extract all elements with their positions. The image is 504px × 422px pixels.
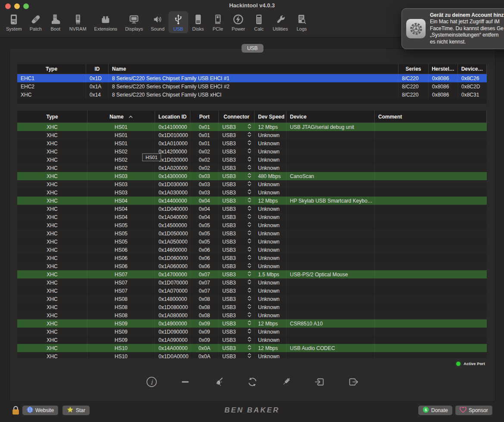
column-header[interactable]: Connector	[219, 111, 255, 122]
toolbar-item-utilities[interactable]: Utilities	[269, 11, 292, 33]
connector-popup[interactable]: USB3	[219, 287, 255, 295]
port-row[interactable]: XHCHS010x1A0100000x01USB3Unknown	[17, 139, 487, 147]
port-row[interactable]: XHCHS070x1A0700000x07USB3Unknown	[17, 287, 487, 295]
port-row[interactable]: XHCHS080x1A0800000x08USB3Unknown	[17, 311, 487, 319]
port-row[interactable]: XHCHS010x141000000x01USB312 MbpsUSB JTAG…	[17, 123, 487, 131]
column-header[interactable]: Name	[109, 64, 398, 74]
toolbar-item-sound[interactable]: Sound	[147, 11, 168, 33]
connector-popup[interactable]: USB3	[219, 139, 255, 147]
port-row[interactable]: XHCHS100x14A000000x0AUSB312 MbpsUSB Audi…	[17, 344, 487, 352]
port-row[interactable]: XHCHS090x1A0900000x09USB3Unknown	[17, 336, 487, 344]
connector-popup[interactable]: USB3	[219, 303, 255, 311]
toolbar-item-disks[interactable]: Disks	[188, 11, 208, 33]
connector-popup[interactable]: USB3	[219, 205, 255, 213]
toolbar-item-power[interactable]: Power	[228, 11, 249, 33]
port-row[interactable]: XHCHS090x149000000x09USB312 MbpsCSR8510 …	[17, 319, 487, 328]
port-row[interactable]: XHCHS050x145000000x05USB3Unknown	[17, 221, 487, 229]
port-row[interactable]: XHCHS060x1A0600000x06USB3Unknown	[17, 262, 487, 270]
toolbar-item-logs[interactable]: Logs	[292, 11, 311, 33]
port-row[interactable]: XHCHS040x144000000x04USB312 MbpsHP Skyla…	[17, 197, 487, 205]
port-row[interactable]: XHCHS060x1D0600000x06USB3Unknown	[17, 254, 487, 262]
sponsor-button[interactable]: Sponsor	[455, 406, 492, 415]
connector-popup[interactable]: USB3	[219, 295, 255, 303]
clean-button[interactable]	[213, 376, 224, 388]
port-row[interactable]: XHCHS030x143000000x03USB3480 MbpsCanoSca…	[17, 172, 487, 180]
port-row[interactable]: XHCHS040x1D0400000x04USB3Unknown	[17, 205, 487, 213]
connector-popup[interactable]: USB3	[219, 156, 255, 164]
toolbar-item-extensions[interactable]: Extensions	[90, 11, 121, 33]
port-row[interactable]: XHCHS090x1D0900000x09USB3Unknown	[17, 328, 487, 336]
controller-row[interactable]: EHC10x1D8 Series/C220 Series Chipset Fam…	[17, 74, 487, 82]
connector-popup[interactable]: USB3	[219, 213, 255, 221]
connector-popup[interactable]: USB3	[219, 131, 255, 139]
column-header[interactable]: Device	[286, 111, 375, 122]
column-header[interactable]: Port	[190, 111, 219, 122]
system-notification[interactable]: Gerät zu deinem Account hinz Ein Mac hat…	[401, 8, 504, 49]
column-header[interactable]: Comment	[375, 111, 487, 122]
connector-popup[interactable]: USB3	[219, 197, 255, 205]
port-row[interactable]: XHCHS100x1D0A00000x0AUSB3Unknown	[17, 352, 487, 358]
toolbar-item-nvram[interactable]: NVRAM	[65, 11, 90, 33]
port-row[interactable]: XHCHS070x1D0700000x07USB3Unknown	[17, 278, 487, 287]
info-button[interactable]: i	[146, 376, 157, 388]
connector-popup[interactable]: USB3	[219, 238, 255, 246]
column-header[interactable]: Type	[17, 64, 86, 74]
column-header[interactable]: Device…	[458, 64, 487, 74]
port-row[interactable]: XHCHS010x1D0100000x01USB3Unknown	[17, 131, 487, 139]
toolbar-item-usb[interactable]: USB	[168, 11, 188, 33]
port-row[interactable]: XHCHS030x1A0300000x03USB3Unknown	[17, 188, 487, 197]
inject-button[interactable]	[280, 376, 292, 388]
connector-popup[interactable]: USB3	[219, 319, 255, 328]
connector-popup[interactable]: USB3	[219, 123, 255, 131]
column-header[interactable]: Type	[17, 111, 87, 122]
toolbar-item-calc[interactable]: Calc	[249, 11, 269, 33]
connector-popup[interactable]: USB3	[219, 221, 255, 229]
connector-popup[interactable]: USB3	[219, 270, 255, 278]
port-row[interactable]: XHCHS020x142000000x02USB3Unknown	[17, 147, 487, 156]
port-row[interactable]: XHCHS050x1D0500000x05USB3Unknown	[17, 229, 487, 238]
refresh-button[interactable]	[247, 376, 258, 388]
connector-popup[interactable]: USB3	[219, 147, 255, 156]
port-row[interactable]: XHCHS080x1D0800000x08USB3Unknown	[17, 303, 487, 311]
connector-popup[interactable]: USB3	[219, 278, 255, 287]
column-header[interactable]: Series	[398, 64, 429, 74]
toolbar-item-boot[interactable]: Boot	[46, 11, 65, 33]
port-row[interactable]: XHCHS020x1A0200000x02USB3Unknown	[17, 164, 487, 172]
toolbar-item-patch[interactable]: Patch	[26, 11, 46, 33]
column-header[interactable]: Name	[87, 111, 155, 122]
column-header[interactable]: ID	[86, 64, 109, 74]
connector-popup[interactable]: USB3	[219, 328, 255, 336]
connector-popup[interactable]: USB3	[219, 188, 255, 197]
column-header[interactable]: Dev Speed	[255, 111, 286, 122]
connector-popup[interactable]: USB3	[219, 229, 255, 238]
port-row[interactable]: XHCHS040x1A0400000x04USB3Unknown	[17, 213, 487, 221]
connector-popup[interactable]: USB3	[219, 172, 255, 180]
controller-row[interactable]: XHC0x148 Series/C220 Series Chipset Fami…	[17, 91, 487, 99]
port-row[interactable]: XHCHS080x148000000x08USB3Unknown	[17, 295, 487, 303]
port-number: 0x02	[190, 147, 219, 156]
connector-popup[interactable]: USB3	[219, 246, 255, 254]
port-row[interactable]: XHCHS030x1D0300000x03USB3Unknown	[17, 180, 487, 188]
donate-button[interactable]: $ Donate	[418, 406, 452, 415]
connector-popup[interactable]: USB3	[219, 336, 255, 344]
connector-popup[interactable]: USB3	[219, 180, 255, 188]
connector-popup[interactable]: USB3	[219, 262, 255, 270]
controller-row[interactable]: EHC20x1A8 Series/C220 Series Chipset Fam…	[17, 82, 487, 91]
connector-popup[interactable]: USB3	[219, 352, 255, 358]
connector-popup[interactable]: USB3	[219, 254, 255, 262]
connector-popup[interactable]: USB3	[219, 164, 255, 172]
connector-popup[interactable]: USB3	[219, 344, 255, 352]
toolbar-item-pcie[interactable]: PCIe	[208, 11, 228, 33]
export-button[interactable]	[348, 376, 359, 388]
port-row[interactable]: XHCHS020x1D0200000x02USB3Unknown	[17, 156, 487, 164]
column-header[interactable]: Location ID	[155, 111, 190, 122]
column-header[interactable]: Herstel…	[429, 64, 458, 74]
port-row[interactable]: XHCHS050x1A0500000x05USB3Unknown	[17, 238, 487, 246]
import-button[interactable]	[314, 376, 325, 388]
port-row[interactable]: XHCHS070x147000000x07USB31.5 MbpsUSB-PS/…	[17, 270, 487, 278]
toolbar-item-system[interactable]: System	[2, 11, 26, 33]
remove-button[interactable]	[180, 376, 191, 388]
connector-popup[interactable]: USB3	[219, 311, 255, 319]
toolbar-item-displays[interactable]: Displays	[121, 11, 147, 33]
port-row[interactable]: XHCHS060x146000000x06USB3Unknown	[17, 246, 487, 254]
